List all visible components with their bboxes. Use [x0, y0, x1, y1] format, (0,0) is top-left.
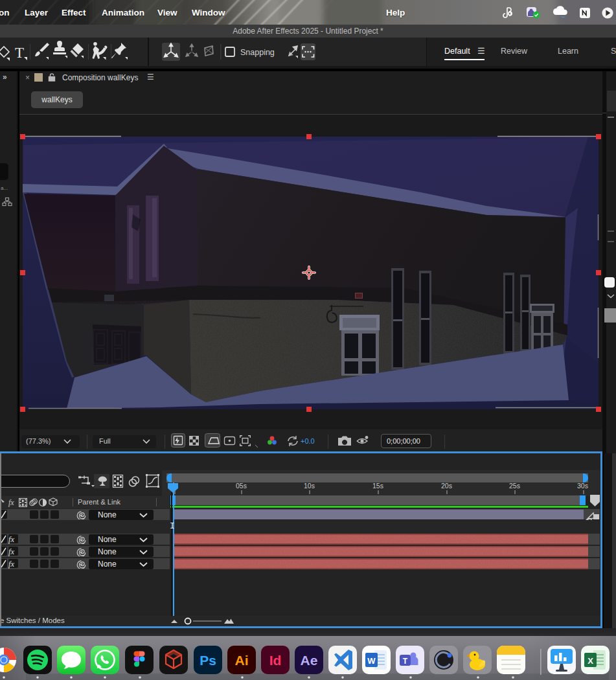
svg-text:W: W — [367, 656, 376, 666]
svg-text:Snapping: Snapping — [240, 48, 275, 57]
svg-text:T: T — [15, 45, 24, 61]
svg-text:Ai: Ai — [235, 653, 249, 668]
svg-text:fx: fx — [8, 535, 14, 544]
svg-text:Ps: Ps — [200, 653, 216, 668]
svg-text:Ae: Ae — [301, 653, 318, 668]
svg-text:fx: fx — [8, 498, 14, 507]
svg-text:fx: fx — [8, 560, 14, 569]
svg-text:Id: Id — [269, 653, 282, 668]
svg-text:fx: fx — [8, 547, 14, 556]
svg-text:T: T — [403, 657, 408, 666]
svg-text:X: X — [587, 656, 593, 666]
